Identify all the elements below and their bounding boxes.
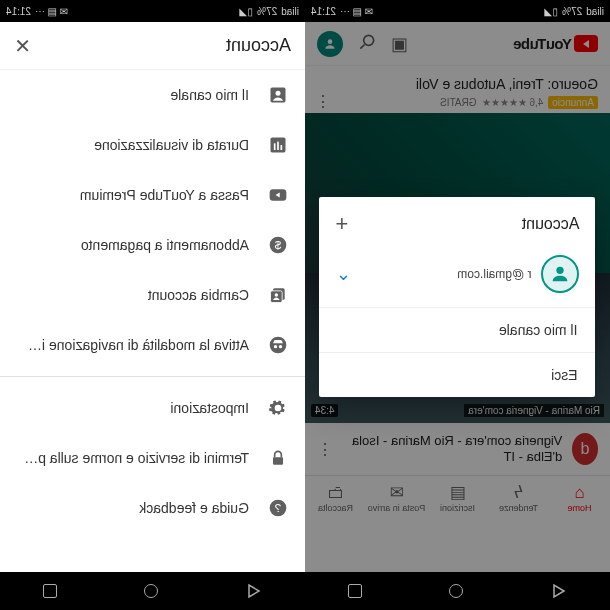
- svg-point-6: [276, 91, 281, 96]
- item-label: Guida e feedback: [139, 500, 249, 516]
- item-my-channel[interactable]: Il mio canale: [0, 70, 305, 120]
- status-bar: iliad 27% ▯◢ ✉ ▤ ⋯ 21:14: [305, 0, 610, 22]
- battery-label: 27%: [562, 6, 582, 17]
- lock-icon: [267, 447, 289, 469]
- sheet-logout[interactable]: Esci: [320, 352, 596, 397]
- sheet-my-channel[interactable]: Il mio canale: [320, 307, 596, 352]
- switch-account-icon: [267, 284, 289, 306]
- account-sheet: Account + r @gmail.com ⌄ Il mio canale E…: [320, 197, 596, 397]
- item-paid-memberships[interactable]: $ Abbonamenti a pagamento: [0, 220, 305, 270]
- youtube-icon: [267, 184, 289, 206]
- item-label: Abbonamenti a pagamento: [81, 237, 249, 253]
- svg-rect-9: [277, 142, 279, 150]
- status-glyphs: ✉ ▤ ⋯: [35, 6, 68, 17]
- help-icon: ?: [267, 497, 289, 519]
- item-label: Passa a YouTube Premium: [80, 187, 249, 203]
- close-icon[interactable]: ✕: [14, 34, 31, 58]
- phone-left: iliad 27% ▯◢ ✉ ▤ ⋯ 21:14 YouTube ▣: [305, 0, 610, 610]
- svg-point-19: [279, 345, 282, 348]
- item-switch-account[interactable]: Cambia account: [0, 270, 305, 320]
- account-email: r @gmail.com: [361, 267, 532, 281]
- divider: [0, 376, 305, 377]
- android-nav-bar: [305, 572, 610, 610]
- svg-rect-8: [281, 145, 283, 150]
- android-nav-bar: [0, 572, 305, 610]
- battery-label: 27%: [257, 6, 277, 17]
- item-watch-time[interactable]: Durata di visualizzazione: [0, 120, 305, 170]
- item-premium[interactable]: Passa a YouTube Premium: [0, 170, 305, 220]
- phone-right: iliad 27% ▯◢ ✉ ▤ ⋯ 21:14 Account ✕ Il mi…: [0, 0, 305, 610]
- item-label: Termini di servizio e norme sulla p…: [24, 450, 249, 466]
- signal-icon: ▯◢: [239, 6, 253, 17]
- nav-recents-icon[interactable]: [349, 584, 363, 598]
- sheet-title: Account: [522, 215, 580, 233]
- nav-recents-icon[interactable]: [44, 584, 58, 598]
- item-label: Il mio canale: [170, 87, 249, 103]
- svg-point-20: [274, 345, 277, 348]
- svg-point-3: [557, 267, 564, 274]
- incognito-icon: [267, 334, 289, 356]
- item-label: Durata di visualizzazione: [94, 137, 249, 153]
- svg-marker-4: [555, 585, 565, 597]
- svg-text:$: $: [274, 238, 281, 251]
- item-label: Impostazioni: [170, 400, 249, 416]
- svg-point-17: [275, 293, 278, 296]
- nav-home-icon[interactable]: [450, 584, 464, 598]
- dollar-icon: $: [267, 234, 289, 256]
- gear-icon: [267, 397, 289, 419]
- svg-point-18: [270, 337, 287, 354]
- item-label: Attiva la modalità di navigazione i…: [28, 337, 249, 353]
- svg-rect-21: [273, 457, 283, 465]
- modal-overlay[interactable]: Account + r @gmail.com ⌄ Il mio canale E…: [305, 22, 610, 572]
- carrier-label: iliad: [281, 6, 299, 17]
- clock-label: 21:14: [6, 6, 31, 17]
- svg-marker-24: [250, 585, 260, 597]
- account-box-icon: [267, 84, 289, 106]
- bar-chart-icon: [267, 134, 289, 156]
- svg-rect-10: [274, 143, 276, 150]
- signal-icon: ▯◢: [544, 6, 558, 17]
- item-help[interactable]: ? Guida e feedback: [0, 483, 305, 533]
- chevron-down-icon[interactable]: ⌄: [336, 263, 351, 285]
- status-glyphs: ✉ ▤ ⋯: [340, 6, 373, 17]
- nav-back-icon[interactable]: [551, 583, 567, 599]
- nav-home-icon[interactable]: [145, 584, 159, 598]
- carrier-label: iliad: [586, 6, 604, 17]
- page-title: Account: [226, 35, 291, 56]
- item-terms[interactable]: Termini di servizio e norme sulla p…: [0, 433, 305, 483]
- account-row[interactable]: r @gmail.com ⌄: [320, 247, 596, 307]
- mirrored-screenshot-pair: iliad 27% ▯◢ ✉ ▤ ⋯ 21:14 YouTube ▣: [0, 0, 610, 610]
- account-header: Account ✕: [0, 22, 305, 70]
- user-avatar: [542, 255, 580, 293]
- add-account-button[interactable]: +: [336, 211, 349, 237]
- status-bar: iliad 27% ▯◢ ✉ ▤ ⋯ 21:14: [0, 0, 305, 22]
- clock-label: 21:14: [311, 6, 336, 17]
- item-settings[interactable]: Impostazioni: [0, 383, 305, 433]
- screen-left: YouTube ▣ Goeuro: Treni, Autobus e Voli …: [305, 22, 610, 572]
- item-label: Cambia account: [148, 287, 249, 303]
- item-incognito[interactable]: Attiva la modalità di navigazione i…: [0, 320, 305, 370]
- screen-right: Account ✕ Il mio canale Durata di visual…: [0, 22, 305, 572]
- svg-text:?: ?: [274, 501, 281, 514]
- svg-rect-16: [271, 291, 283, 303]
- nav-back-icon[interactable]: [246, 583, 262, 599]
